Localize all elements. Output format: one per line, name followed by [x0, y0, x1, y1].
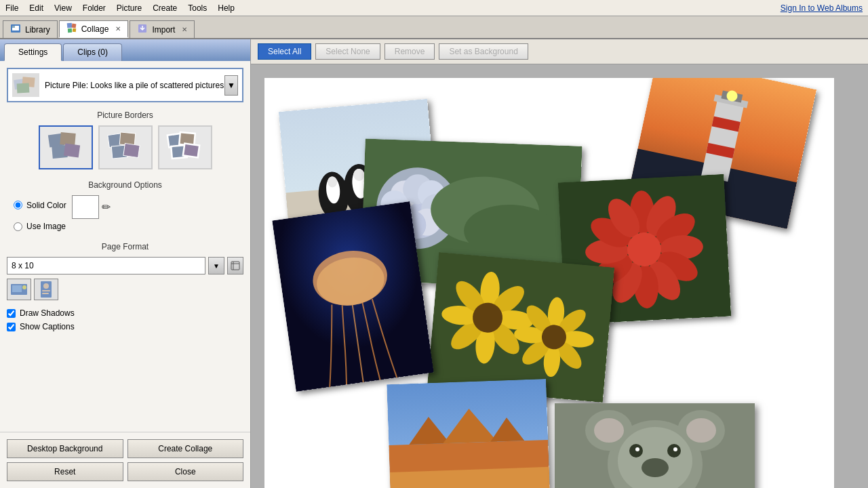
svg-point-121 [673, 447, 677, 451]
eyedropper-icon[interactable]: ✏ [102, 201, 111, 214]
svg-point-120 [635, 447, 639, 451]
color-picker-box[interactable] [72, 195, 99, 219]
svg-point-30 [43, 283, 49, 289]
collage-canvas [264, 78, 834, 488]
main-layout: Settings Clips (0) Picture Pile: Looks l… [0, 39, 868, 488]
svg-point-117 [642, 458, 669, 477]
page-format-select[interactable]: 8 x 10 4 x 6 5 x 7 10 x 12 [7, 257, 205, 274]
page-format-dropdown-btn[interactable]: ▼ [208, 257, 224, 274]
use-image-label: Use Image [26, 222, 66, 231]
svg-rect-22 [182, 143, 199, 157]
use-image-row: Use Image [14, 222, 243, 231]
style-dropdown-button[interactable]: ▼ [224, 75, 238, 96]
border-options [7, 125, 243, 169]
import-icon [137, 23, 148, 36]
background-options-label: Background Options [7, 180, 243, 190]
menu-folder[interactable]: Folder [83, 3, 106, 13]
landscape-icon-btn[interactable] [7, 279, 31, 300]
draw-shadows-row: Draw Shadows [7, 308, 243, 318]
reset-button[interactable]: Reset [7, 462, 123, 481]
page-format-label: Page Format [7, 242, 243, 251]
collage-image-koala[interactable] [555, 403, 755, 488]
create-collage-button[interactable]: Create Collage [127, 439, 244, 458]
menu-file[interactable]: File [5, 3, 18, 13]
library-icon [10, 23, 21, 36]
panel-tab-clips[interactable]: Clips (0) [63, 43, 122, 61]
svg-rect-6 [72, 28, 75, 32]
set-as-background-button[interactable]: Set as Background [439, 43, 528, 60]
svg-point-28 [22, 285, 26, 289]
panel-content: Picture Pile: Looks like a pile of scatt… [0, 61, 250, 432]
svg-point-115 [686, 418, 716, 443]
tabbar: Library Collage ✕ Import ✕ [0, 16, 868, 39]
style-label: Picture Pile: Looks like a pile of scatt… [45, 81, 224, 90]
border-opt-thick[interactable] [158, 125, 212, 169]
svg-point-113 [594, 418, 624, 443]
page-format-row: 8 x 10 4 x 6 5 x 7 10 x 12 ▼ [7, 257, 243, 274]
picture-borders-label: Picture Borders [7, 110, 243, 120]
svg-rect-31 [42, 290, 50, 291]
show-captions-row: Show Captions [7, 322, 243, 331]
menu-edit[interactable]: Edit [29, 3, 43, 13]
collage-image-jellyfish[interactable] [272, 201, 433, 392]
svg-rect-14 [63, 143, 79, 157]
canvas-toolbar: Select All Select None Remove Set as Bac… [251, 39, 868, 64]
draw-shadows-label: Draw Shadows [20, 308, 75, 318]
menu-help[interactable]: Help [218, 3, 235, 13]
svg-rect-4 [71, 24, 76, 28]
solid-color-label: Solid Color [26, 201, 66, 210]
page-format-settings-btn[interactable] [227, 257, 243, 274]
svg-rect-3 [66, 23, 72, 28]
tab-collage-label: Collage [81, 24, 109, 34]
desktop-background-button[interactable]: Desktop Background [7, 439, 123, 458]
tab-library-label: Library [25, 25, 50, 35]
menu-view[interactable]: View [54, 3, 72, 13]
menubar-items: File Edit View Folder Picture Create Too… [5, 3, 235, 13]
svg-rect-32 [42, 293, 49, 294]
tab-collage-close[interactable]: ✕ [115, 25, 121, 33]
tab-library[interactable]: Library [3, 20, 58, 38]
style-selector[interactable]: Picture Pile: Looks like a pile of scatt… [7, 68, 243, 102]
tab-import[interactable]: Import ✕ [130, 20, 195, 38]
border-opt-thin[interactable] [98, 125, 153, 169]
svg-rect-23 [231, 262, 239, 270]
select-all-button[interactable]: Select All [258, 43, 311, 60]
collage-image-desert[interactable] [387, 379, 550, 488]
svg-rect-5 [68, 28, 72, 33]
panel-tab-settings[interactable]: Settings [4, 43, 62, 61]
border-opt-none[interactable] [39, 125, 93, 169]
tab-import-label: Import [152, 25, 175, 35]
show-captions-checkbox[interactable] [7, 323, 16, 331]
canvas-container [251, 64, 868, 488]
solid-color-radio[interactable] [14, 201, 22, 209]
background-options: Background Options Solid Color ✏ Use Ima… [7, 180, 243, 231]
close-button[interactable]: Close [127, 462, 244, 481]
canvas-area: Select All Select None Remove Set as Bac… [251, 39, 868, 488]
collage-icon [66, 22, 77, 35]
format-icons [7, 279, 243, 300]
menu-tools[interactable]: Tools [188, 3, 207, 13]
draw-shadows-checkbox[interactable] [7, 309, 16, 318]
sign-in-link[interactable]: Sign In to Web Albums [781, 3, 863, 13]
panel-tabs: Settings Clips (0) [0, 39, 250, 61]
portrait-icon-btn[interactable] [34, 279, 58, 300]
svg-rect-27 [12, 285, 22, 292]
style-icon [12, 73, 39, 97]
solid-color-row: Solid Color [14, 201, 66, 210]
svg-rect-2 [12, 26, 15, 28]
remove-button[interactable]: Remove [384, 43, 435, 60]
page-format-section: Page Format 8 x 10 4 x 6 5 x 7 10 x 12 ▼ [7, 242, 243, 300]
menu-create[interactable]: Create [153, 3, 177, 13]
left-panel: Settings Clips (0) Picture Pile: Looks l… [0, 39, 251, 488]
svg-rect-18 [123, 143, 139, 157]
show-captions-label: Show Captions [20, 322, 75, 331]
use-image-radio[interactable] [14, 222, 22, 231]
menu-picture[interactable]: Picture [117, 3, 142, 13]
menubar: File Edit View Folder Picture Create Too… [0, 0, 868, 16]
select-none-button[interactable]: Select None [315, 43, 380, 60]
svg-rect-12 [60, 132, 75, 146]
panel-buttons: Desktop Background Create Collage Reset … [0, 432, 250, 488]
svg-rect-10 [17, 83, 30, 94]
tab-import-close[interactable]: ✕ [182, 26, 187, 33]
tab-collage[interactable]: Collage ✕ [59, 20, 129, 38]
